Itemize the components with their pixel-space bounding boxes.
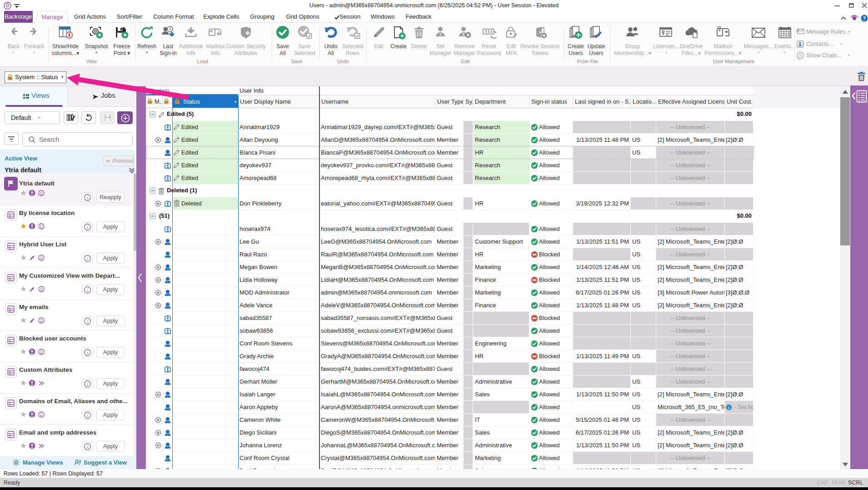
svg-text:i: i <box>87 195 88 200</box>
svg-text:i: i <box>87 256 88 261</box>
svg-text:i: i <box>87 225 88 230</box>
svg-text:i: i <box>87 319 88 324</box>
svg-text:i: i <box>87 413 88 418</box>
svg-text:i: i <box>87 382 88 386</box>
svg-text:i: i <box>87 350 88 355</box>
svg-text:i: i <box>87 445 88 449</box>
svg-text:i: i <box>87 288 88 292</box>
svg-text:?: ? <box>863 15 866 21</box>
